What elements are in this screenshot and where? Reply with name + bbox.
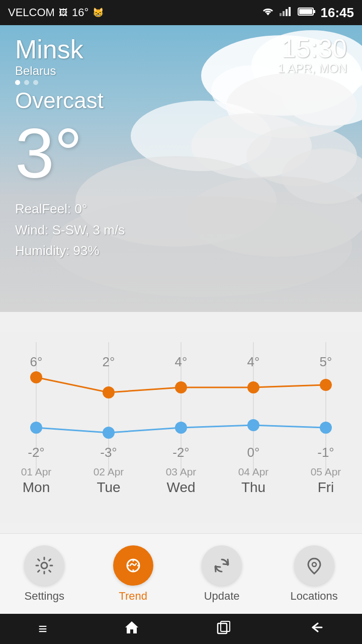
svg-rect-5: [313, 10, 315, 13]
svg-point-58: [312, 562, 316, 567]
nav-trend[interactable]: Trend: [113, 545, 153, 603]
current-time: 15:30: [278, 35, 347, 61]
back-button[interactable]: [308, 620, 324, 638]
temperature-display: 3°: [15, 118, 347, 189]
svg-text:Wed: Wed: [166, 479, 195, 495]
wind-info: Wind: S-SW, 3 m/s: [15, 220, 347, 241]
svg-rect-3: [289, 7, 291, 16]
bottom-nav: Settings Trend Update: [0, 533, 362, 614]
svg-point-35: [320, 422, 332, 434]
photo-icon: 🖼: [59, 8, 68, 18]
dot-1: [15, 80, 20, 85]
menu-button[interactable]: ≡: [38, 620, 47, 637]
status-left: VELCOM 🖼 16° 😸: [8, 6, 104, 19]
svg-text:02 Apr: 02 Apr: [94, 466, 124, 477]
android-bar: ≡: [0, 614, 362, 644]
chart-section: 6° 2° 4° 4° 5° -2° -3° -2° 0° -1° 01 Apr…: [0, 312, 362, 543]
svg-text:4°: 4°: [175, 354, 188, 369]
svg-point-31: [30, 422, 42, 434]
svg-rect-6: [299, 9, 312, 14]
settings-icon-circle: [24, 545, 64, 586]
svg-text:5°: 5°: [320, 354, 332, 369]
signal-icon: [280, 6, 293, 19]
locations-label: Locations: [291, 590, 338, 603]
settings-label: Settings: [24, 590, 64, 603]
svg-text:Mon: Mon: [23, 479, 50, 495]
svg-rect-0: [280, 13, 282, 16]
humidity-info: Humidity: 93%: [15, 240, 347, 262]
svg-rect-1: [283, 11, 285, 16]
android-icon: 😸: [93, 7, 104, 18]
locations-icon: [304, 555, 324, 576]
svg-point-56: [41, 562, 47, 569]
trend-icon-circle: [113, 545, 153, 586]
update-icon-circle: [202, 545, 242, 586]
svg-point-30: [320, 379, 332, 391]
weather-header: Minsk Belarus Overcast 3° RealFeel: 0° W…: [0, 25, 362, 312]
recents-button[interactable]: [217, 620, 231, 638]
city-name: Minsk: [15, 35, 83, 64]
svg-text:-3°: -3°: [100, 445, 117, 460]
svg-point-28: [175, 381, 187, 393]
update-label: Update: [204, 590, 240, 603]
svg-text:4°: 4°: [247, 354, 260, 369]
svg-point-33: [175, 422, 187, 434]
svg-text:0°: 0°: [247, 445, 260, 460]
svg-point-29: [247, 381, 259, 393]
trend-chart: 6° 2° 4° 4° 5° -2° -3° -2° 0° -1° 01 Apr…: [0, 312, 362, 543]
svg-text:-1°: -1°: [317, 445, 334, 460]
svg-point-34: [247, 419, 259, 431]
svg-text:03 Apr: 03 Apr: [166, 466, 197, 477]
dot-2: [24, 80, 29, 85]
datetime-display: 15:30 1 APR, MON: [278, 35, 347, 75]
svg-text:-2°: -2°: [172, 445, 190, 460]
wifi-icon: [261, 6, 275, 19]
status-temperature: 16°: [72, 6, 88, 19]
svg-point-27: [103, 386, 115, 398]
svg-point-32: [103, 427, 115, 439]
svg-text:01 Apr: 01 Apr: [21, 466, 52, 477]
weather-condition: Overcast: [15, 88, 347, 113]
weather-details: RealFeel: 0° Wind: S-SW, 3 m/s Humidity:…: [15, 199, 347, 262]
battery-icon: [298, 6, 316, 19]
home-button[interactable]: [124, 619, 140, 639]
page-dots: [15, 80, 347, 85]
settings-icon: [34, 555, 54, 576]
trend-icon: [123, 555, 143, 576]
locations-icon-circle: [294, 545, 334, 586]
carrier-name: VELCOM: [8, 6, 55, 19]
svg-rect-2: [286, 9, 288, 16]
svg-text:-2°: -2°: [28, 445, 45, 460]
realfeel: RealFeel: 0°: [15, 199, 347, 220]
svg-text:6°: 6°: [30, 354, 43, 369]
status-time: 16:45: [321, 5, 354, 21]
svg-text:04 Apr: 04 Apr: [238, 466, 269, 477]
status-right: 16:45: [261, 5, 354, 21]
svg-point-26: [30, 371, 42, 383]
current-date: 1 APR, MON: [278, 61, 347, 75]
nav-update[interactable]: Update: [202, 545, 242, 603]
nav-settings[interactable]: Settings: [24, 545, 64, 603]
svg-text:Tue: Tue: [97, 479, 120, 495]
dot-3: [33, 80, 38, 85]
svg-text:Fri: Fri: [318, 479, 334, 495]
svg-text:05 Apr: 05 Apr: [311, 466, 341, 477]
nav-locations[interactable]: Locations: [291, 545, 338, 603]
status-bar: VELCOM 🖼 16° 😸: [0, 0, 362, 25]
svg-text:Thu: Thu: [241, 479, 265, 495]
update-icon: [212, 555, 232, 576]
trend-label: Trend: [119, 590, 147, 603]
svg-text:2°: 2°: [103, 354, 115, 369]
